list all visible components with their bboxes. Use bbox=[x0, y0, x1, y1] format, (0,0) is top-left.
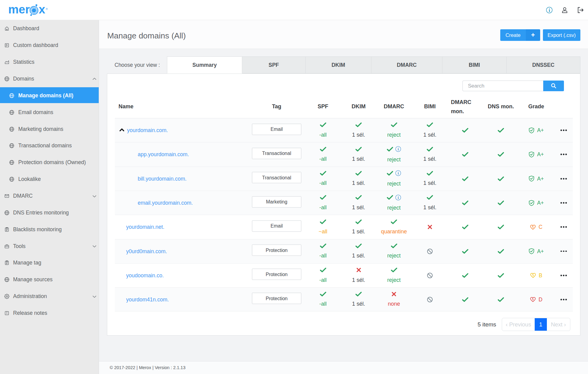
svg-text:mer: mer bbox=[8, 3, 30, 16]
svg-text:®: ® bbox=[46, 7, 48, 11]
svg-text:i: i bbox=[549, 8, 550, 13]
svg-text:x: x bbox=[39, 3, 45, 16]
